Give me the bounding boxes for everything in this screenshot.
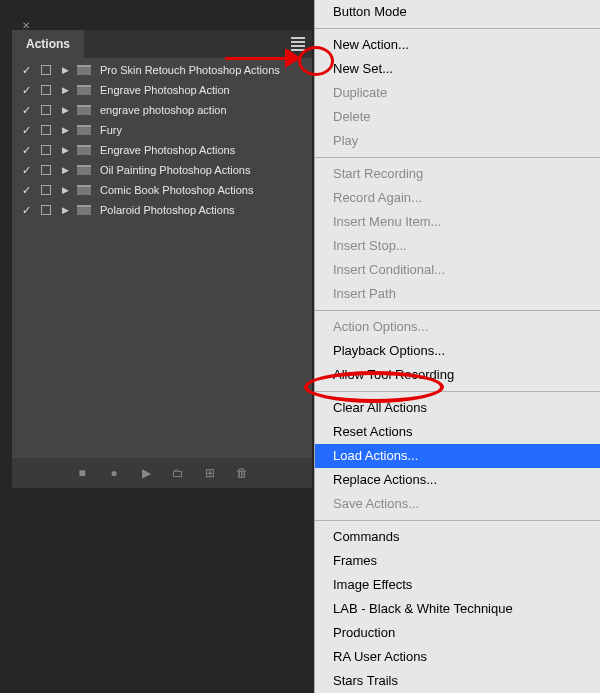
- toggle-dialog[interactable]: [38, 65, 54, 75]
- action-set-name: Oil Painting Photoshop Actions: [96, 164, 306, 176]
- menu-item: Action Options...: [315, 315, 600, 339]
- action-set-name: Engrave Photoshop Action: [96, 84, 306, 96]
- toggle-checkmark[interactable]: [18, 184, 34, 197]
- annotation-arrow: [225, 48, 305, 68]
- menu-item: Duplicate: [315, 81, 600, 105]
- expand-arrow-icon[interactable]: [58, 185, 72, 195]
- stop-icon[interactable]: ■: [75, 466, 89, 480]
- menu-item: Insert Stop...: [315, 234, 600, 258]
- action-set-name: Engrave Photoshop Actions: [96, 144, 306, 156]
- folder-icon: [76, 125, 92, 135]
- action-set-row[interactable]: Polaroid Photoshop Actions: [12, 200, 312, 220]
- expand-arrow-icon[interactable]: [58, 165, 72, 175]
- menu-separator: [315, 28, 600, 29]
- toggle-checkmark[interactable]: [18, 164, 34, 177]
- folder-icon: [76, 145, 92, 155]
- menu-item[interactable]: RA User Actions: [315, 645, 600, 669]
- toggle-checkmark[interactable]: [18, 104, 34, 117]
- new-set-icon[interactable]: 🗀: [171, 466, 185, 480]
- menu-item[interactable]: Button Mode: [315, 0, 600, 24]
- actions-panel: ✕ Actions Pro Skin Retouch Photoshop Act…: [12, 30, 312, 488]
- toggle-checkmark[interactable]: [18, 144, 34, 157]
- action-set-row[interactable]: Oil Painting Photoshop Actions: [12, 160, 312, 180]
- folder-icon: [76, 65, 92, 75]
- menu-separator: [315, 310, 600, 311]
- toggle-dialog[interactable]: [38, 185, 54, 195]
- menu-item: Insert Path: [315, 282, 600, 306]
- action-set-row[interactable]: Comic Book Photoshop Actions: [12, 180, 312, 200]
- action-set-row[interactable]: engrave photoshop action: [12, 100, 312, 120]
- action-set-name: Comic Book Photoshop Actions: [96, 184, 306, 196]
- action-list: Pro Skin Retouch Photoshop ActionsEngrav…: [12, 58, 312, 458]
- action-set-name: Fury: [96, 124, 306, 136]
- menu-item[interactable]: Stars Trails: [315, 669, 600, 693]
- menu-item: Play: [315, 129, 600, 153]
- folder-icon: [76, 205, 92, 215]
- expand-arrow-icon[interactable]: [58, 145, 72, 155]
- panel-footer: ■ ● ▶ 🗀 ⊞ 🗑: [12, 458, 312, 488]
- menu-item[interactable]: Playback Options...: [315, 339, 600, 363]
- toggle-checkmark[interactable]: [18, 84, 34, 97]
- toggle-dialog[interactable]: [38, 105, 54, 115]
- menu-item: Insert Conditional...: [315, 258, 600, 282]
- action-set-row[interactable]: Engrave Photoshop Action: [12, 80, 312, 100]
- menu-item: Insert Menu Item...: [315, 210, 600, 234]
- action-set-row[interactable]: Engrave Photoshop Actions: [12, 140, 312, 160]
- toggle-dialog[interactable]: [38, 165, 54, 175]
- expand-arrow-icon[interactable]: [58, 105, 72, 115]
- toggle-dialog[interactable]: [38, 85, 54, 95]
- menu-item[interactable]: Image Effects: [315, 573, 600, 597]
- expand-arrow-icon[interactable]: [58, 125, 72, 135]
- record-icon[interactable]: ●: [107, 466, 121, 480]
- menu-item: Save Actions...: [315, 492, 600, 516]
- menu-separator: [315, 157, 600, 158]
- expand-arrow-icon[interactable]: [58, 205, 72, 215]
- menu-item[interactable]: Commands: [315, 525, 600, 549]
- action-set-name: Polaroid Photoshop Actions: [96, 204, 306, 216]
- expand-arrow-icon[interactable]: [58, 65, 72, 75]
- panel-flyout-menu[interactable]: Button ModeNew Action...New Set...Duplic…: [314, 0, 600, 693]
- menu-item[interactable]: Load Actions...: [315, 444, 600, 468]
- toggle-dialog[interactable]: [38, 145, 54, 155]
- action-set-name: engrave photoshop action: [96, 104, 306, 116]
- menu-item: Record Again...: [315, 186, 600, 210]
- menu-item[interactable]: LAB - Black & White Technique: [315, 597, 600, 621]
- menu-separator: [315, 520, 600, 521]
- toggle-dialog[interactable]: [38, 125, 54, 135]
- expand-arrow-icon[interactable]: [58, 85, 72, 95]
- menu-item[interactable]: Replace Actions...: [315, 468, 600, 492]
- action-set-row[interactable]: Fury: [12, 120, 312, 140]
- menu-item[interactable]: Reset Actions: [315, 420, 600, 444]
- annotation-circle-load-actions: [304, 371, 444, 403]
- toggle-checkmark[interactable]: [18, 124, 34, 137]
- folder-icon: [76, 85, 92, 95]
- folder-icon: [76, 165, 92, 175]
- menu-item[interactable]: Frames: [315, 549, 600, 573]
- menu-item[interactable]: New Action...: [315, 33, 600, 57]
- new-action-icon[interactable]: ⊞: [203, 466, 217, 480]
- toggle-checkmark[interactable]: [18, 64, 34, 77]
- trash-icon[interactable]: 🗑: [235, 466, 249, 480]
- menu-item: Delete: [315, 105, 600, 129]
- tab-actions[interactable]: Actions: [12, 30, 84, 58]
- folder-icon: [76, 105, 92, 115]
- close-icon[interactable]: ✕: [22, 20, 30, 31]
- folder-icon: [76, 185, 92, 195]
- menu-item[interactable]: New Set...: [315, 57, 600, 81]
- toggle-checkmark[interactable]: [18, 204, 34, 217]
- menu-item[interactable]: Production: [315, 621, 600, 645]
- menu-item: Start Recording: [315, 162, 600, 186]
- play-icon[interactable]: ▶: [139, 466, 153, 480]
- annotation-circle-menu-button: [298, 46, 334, 76]
- toggle-dialog[interactable]: [38, 205, 54, 215]
